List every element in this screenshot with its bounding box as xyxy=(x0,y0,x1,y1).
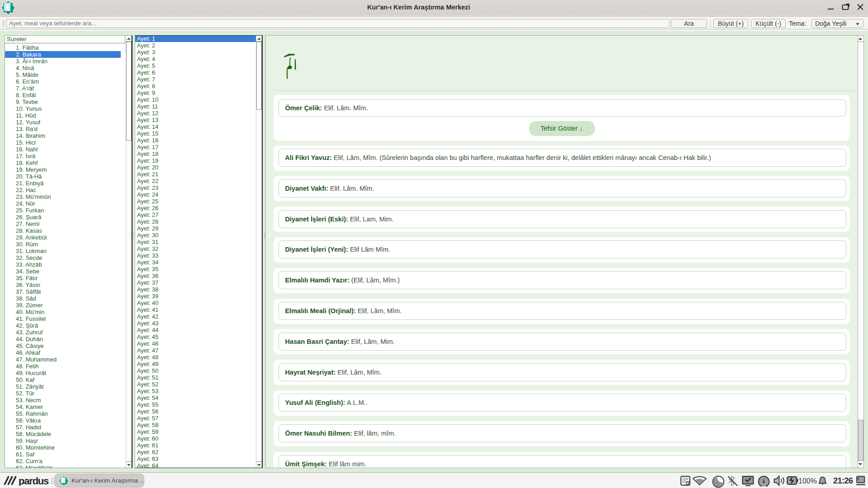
svg-text:pardus: pardus xyxy=(19,476,49,486)
